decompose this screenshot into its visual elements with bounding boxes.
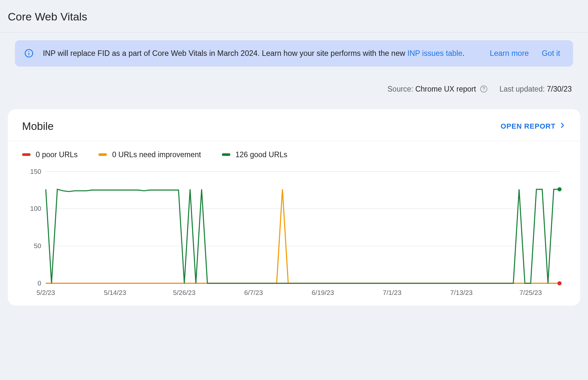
svg-text:50: 50 [34,242,41,249]
svg-text:100: 100 [30,205,41,212]
source-value: Chrome UX report [415,85,476,93]
section-title: Mobile [22,120,54,133]
legend-label-need: 0 URLs need improvement [112,150,201,159]
chart-legend: 0 poor URLs 0 URLs need improvement 126 … [8,141,580,163]
help-icon[interactable] [480,85,488,93]
legend-swatch-poor [22,153,31,156]
banner-message-post: . [462,49,465,57]
banner-message-pre: INP will replace FID as a part of Core W… [43,49,407,57]
legend-swatch-need [98,153,107,156]
last-updated-value: 7/30/23 [547,85,572,93]
svg-text:0: 0 [38,279,42,287]
svg-text:5/26/23: 5/26/23 [173,289,196,296]
open-report-label: OPEN REPORT [501,122,556,131]
last-updated-block: Last updated: 7/30/23 [499,85,572,94]
svg-point-4 [483,90,484,91]
legend-item-need: 0 URLs need improvement [98,150,201,159]
header-divider [0,32,588,32]
svg-text:6/19/23: 6/19/23 [312,289,334,296]
legend-swatch-good [222,153,230,156]
svg-point-21 [557,187,562,191]
got-it-button[interactable]: Got it [542,49,560,58]
source-label: Source: [388,85,415,93]
mobile-card: Mobile OPEN REPORT 0 poor URLs 0 URLs ne… [8,109,580,306]
legend-label-poor: 0 poor URLs [36,150,78,159]
source-block: Source: Chrome UX report [388,85,488,94]
svg-text:6/7/23: 6/7/23 [244,289,263,296]
svg-point-22 [557,281,562,285]
open-report-button[interactable]: OPEN REPORT [501,122,566,131]
legend-item-good: 126 good URLs [222,150,288,159]
inp-banner: INP will replace FID as a part of Core W… [15,40,573,67]
svg-text:5/14/23: 5/14/23 [104,289,126,296]
svg-point-2 [29,51,30,52]
meta-row: Source: Chrome UX report Last updated: 7… [8,85,580,109]
svg-text:7/13/23: 7/13/23 [450,289,473,296]
svg-text:150: 150 [30,167,41,175]
chevron-right-icon [559,122,566,131]
page-title: Core Web Vitals [8,6,580,32]
legend-label-good: 126 good URLs [236,150,288,159]
last-updated-label: Last updated: [499,85,547,93]
banner-message: INP will replace FID as a part of Core W… [43,48,481,59]
info-icon [24,48,34,58]
mobile-chart: 0501001505/2/235/14/235/26/236/7/236/19/… [22,165,566,299]
learn-more-button[interactable]: Learn more [490,49,529,58]
inp-issues-link[interactable]: INP issues table [407,49,462,57]
svg-text:5/2/23: 5/2/23 [36,289,55,296]
legend-item-poor: 0 poor URLs [22,150,78,159]
svg-text:7/1/23: 7/1/23 [383,289,401,296]
svg-text:7/25/23: 7/25/23 [519,289,542,296]
